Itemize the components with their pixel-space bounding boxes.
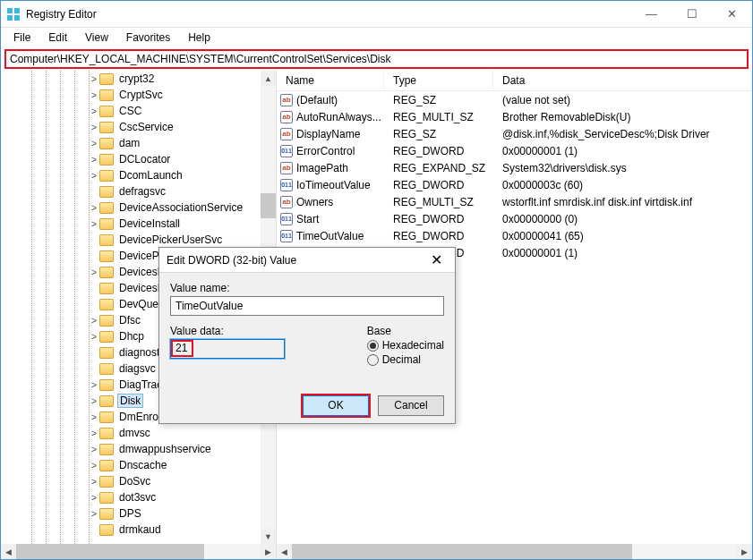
tree-item[interactable]: >Dnscache: [1, 457, 276, 473]
close-button[interactable]: ✕: [712, 1, 752, 27]
folder-icon: [99, 218, 114, 230]
list-horizontal-scrollbar[interactable]: ◀ ▶: [277, 544, 752, 559]
radio-hexadecimal[interactable]: Hexadecimal: [367, 339, 444, 352]
cancel-button[interactable]: Cancel: [378, 395, 444, 416]
expander-icon[interactable]: >: [89, 460, 99, 471]
address-bar: [4, 49, 749, 69]
dialog-title: Edit DWORD (32-bit) Value: [167, 254, 425, 267]
expander-icon[interactable]: >: [89, 73, 99, 84]
list-row[interactable]: abOwnersREG_MULTI_SZwstorflt.inf smrdisk…: [277, 193, 752, 210]
list-row[interactable]: 011IoTimeoutValueREG_DWORD0x0000003c (60…: [277, 176, 752, 193]
folder-icon: [99, 412, 114, 423]
tree-item[interactable]: >dot3svc: [1, 489, 276, 505]
list-row[interactable]: abDisplayNameREG_SZ@disk.inf,%disk_Servi…: [277, 125, 752, 142]
tree-item[interactable]: defragsvc: [1, 183, 276, 199]
value-type-cell: REG_EXPAND_SZ: [384, 162, 493, 174]
expander-icon[interactable]: >: [89, 379, 99, 390]
menu-view[interactable]: View: [78, 30, 116, 46]
list-row[interactable]: ab(Default)REG_SZ(value not set): [277, 91, 752, 108]
dword-value-icon: 011: [280, 145, 293, 157]
expander-icon[interactable]: >: [89, 218, 99, 229]
expander-icon[interactable]: >: [89, 138, 99, 148]
column-type-header[interactable]: Type: [384, 71, 493, 90]
tree-item[interactable]: >dam: [1, 135, 276, 151]
scroll-thumb-h[interactable]: [292, 544, 632, 559]
tree-item[interactable]: >CscService: [1, 119, 276, 135]
tree-item[interactable]: >dmvsc: [1, 425, 276, 441]
expander-icon[interactable]: >: [89, 267, 99, 277]
tree-item-label: DCLocator: [117, 153, 172, 165]
tree-item[interactable]: >CryptSvc: [1, 87, 276, 103]
tree-item[interactable]: >DeviceAssociationService: [1, 199, 276, 216]
scroll-right-icon[interactable]: ▶: [261, 544, 276, 559]
titlebar: Registry Editor — ☐ ✕: [1, 1, 752, 28]
expander-icon[interactable]: >: [89, 89, 99, 100]
window-title: Registry Editor: [26, 8, 631, 21]
expander-icon[interactable]: >: [89, 170, 99, 181]
tree-item[interactable]: drmkaud: [1, 522, 276, 538]
menu-help[interactable]: Help: [181, 30, 218, 46]
minimize-button[interactable]: —: [631, 1, 672, 27]
scroll-right-icon[interactable]: ▶: [737, 544, 752, 559]
scroll-thumb-h[interactable]: [16, 544, 204, 559]
string-value-icon: ab: [280, 196, 293, 208]
value-data-label: Value data:: [170, 325, 351, 337]
tree-item[interactable]: >dmwappushservice: [1, 441, 276, 457]
tree-item-label: DeviceInstall: [117, 217, 182, 230]
scroll-down-icon[interactable]: ▼: [261, 529, 276, 544]
value-data-cell: 0x0000003c (60): [493, 179, 752, 191]
menu-favorites[interactable]: Favorites: [119, 30, 177, 46]
tree-item[interactable]: >crypt32: [1, 71, 276, 87]
column-data-header[interactable]: Data: [493, 71, 752, 90]
radio-decimal[interactable]: Decimal: [367, 353, 444, 366]
menu-edit[interactable]: Edit: [41, 30, 74, 46]
value-type-cell: REG_MULTI_SZ: [384, 196, 493, 208]
list-row[interactable]: abImagePathREG_EXPAND_SZSystem32\drivers…: [277, 159, 752, 176]
scroll-up-icon[interactable]: ▲: [261, 71, 276, 86]
tree-item[interactable]: >DeviceInstall: [1, 216, 276, 232]
expander-icon[interactable]: >: [89, 331, 99, 342]
column-name-header[interactable]: Name: [277, 71, 384, 90]
tree-item-label: CSC: [117, 105, 143, 117]
scroll-thumb[interactable]: [261, 193, 276, 218]
tree-item-label: DcomLaunch: [117, 169, 184, 182]
list-row[interactable]: 011TimeOutValueREG_DWORD0x00000041 (65): [277, 227, 752, 244]
menu-file[interactable]: File: [6, 30, 38, 46]
ok-button[interactable]: OK: [303, 395, 369, 416]
scroll-left-icon[interactable]: ◀: [277, 544, 292, 559]
expander-icon[interactable]: >: [89, 202, 99, 213]
value-data-input[interactable]: 21: [170, 339, 285, 359]
list-row[interactable]: 011ErrorControlREG_DWORD0x00000001 (1): [277, 142, 752, 159]
tree-item-label: DeviceAssociationService: [117, 201, 244, 214]
expander-icon[interactable]: >: [89, 106, 99, 116]
tree-item[interactable]: >DoSvc: [1, 473, 276, 489]
scroll-left-icon[interactable]: ◀: [1, 544, 16, 559]
tree-item[interactable]: >DcomLaunch: [1, 167, 276, 183]
expander-icon[interactable]: >: [89, 508, 99, 519]
expander-icon[interactable]: >: [89, 492, 99, 503]
expander-icon[interactable]: >: [89, 444, 99, 454]
list-row[interactable]: 011StartREG_DWORD0x00000000 (0): [277, 210, 752, 227]
maximize-button[interactable]: ☐: [672, 1, 712, 27]
expander-icon[interactable]: >: [89, 315, 99, 326]
tree-horizontal-scrollbar[interactable]: ◀ ▶: [1, 544, 276, 559]
tree-item-label: diagsvc: [117, 362, 158, 375]
expander-icon[interactable]: >: [89, 395, 99, 406]
address-input[interactable]: [10, 53, 743, 65]
tree-item[interactable]: >DCLocator: [1, 151, 276, 167]
list-row[interactable]: abAutoRunAlways...REG_MULTI_SZBrother Re…: [277, 108, 752, 125]
expander-icon[interactable]: >: [89, 154, 99, 165]
tree-item[interactable]: DevicePickerUserSvc: [1, 232, 276, 248]
edit-dword-dialog: Edit DWORD (32-bit) Value ✕ Value name: …: [158, 247, 456, 424]
expander-icon[interactable]: >: [89, 122, 99, 132]
folder-icon: [99, 476, 114, 488]
folder-icon: [99, 508, 114, 520]
expander-icon[interactable]: >: [89, 412, 99, 422]
value-name-cell: Start: [296, 213, 319, 225]
expander-icon[interactable]: >: [89, 476, 99, 487]
tree-item[interactable]: >CSC: [1, 103, 276, 119]
tree-item[interactable]: >DPS: [1, 505, 276, 522]
expander-icon[interactable]: >: [89, 428, 99, 438]
value-name-input[interactable]: [170, 296, 444, 316]
dialog-close-button[interactable]: ✕: [425, 251, 448, 268]
